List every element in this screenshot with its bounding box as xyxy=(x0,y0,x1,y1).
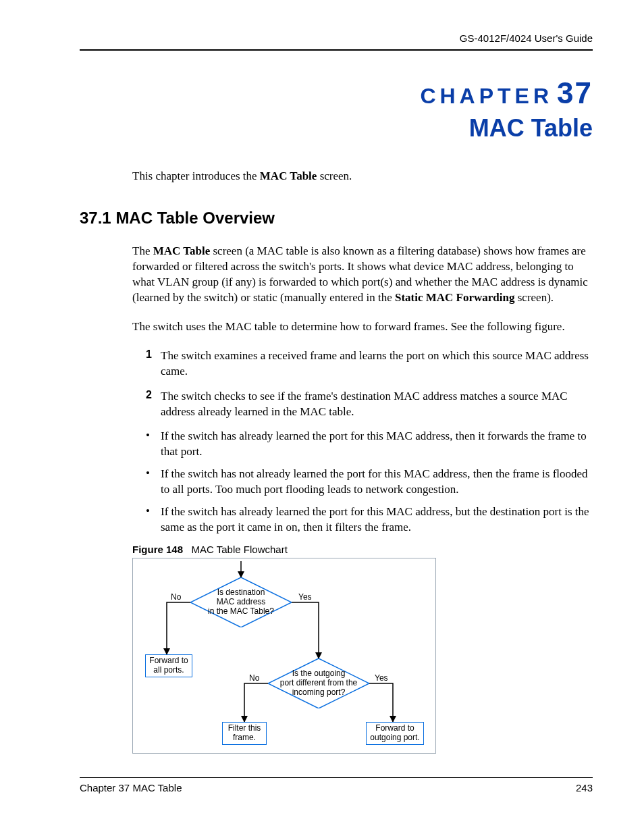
p1-seg1: The xyxy=(132,244,153,257)
p1-bold2: Static MAC Forwarding xyxy=(395,291,515,304)
list-text: If the switch has already learned the po… xyxy=(161,429,593,460)
running-header: GS-4012F/4024 User's Guide xyxy=(80,32,593,49)
p1-bold1: MAC Table xyxy=(153,244,211,257)
page-footer: Chapter 37 MAC Table 243 xyxy=(80,777,593,793)
list-item: 2 The switch checks to see if the frame'… xyxy=(146,389,593,420)
edge-label-yes: Yes xyxy=(375,673,388,683)
figure-caption-text: MAC Table Flowchart xyxy=(192,544,288,555)
decision-label: Is the outgoing port different from the … xyxy=(268,658,369,708)
figure-caption: Figure 148 MAC Table Flowchart xyxy=(132,544,593,555)
chapter-number: 37 xyxy=(557,76,593,109)
footer-rule xyxy=(80,777,593,778)
mac-table-flowchart: Is destination MAC address in the MAC Ta… xyxy=(132,558,436,754)
edge-label-no: No xyxy=(249,673,259,683)
process-forward-all-ports: Forward to all ports. xyxy=(145,654,192,677)
edge-label-no: No xyxy=(171,592,181,602)
footer-chapter: Chapter 37 MAC Table xyxy=(80,782,182,793)
bullet-icon: • xyxy=(146,467,161,498)
list-item: • If the switch has not already learned … xyxy=(146,467,593,498)
body-paragraph-2: The switch uses the MAC table to determi… xyxy=(132,319,593,335)
figure-label: Figure 148 xyxy=(132,544,183,555)
list-number: 1 xyxy=(146,348,161,380)
list-item: 1 The switch examines a received frame a… xyxy=(146,348,593,380)
intro-bold: MAC Table xyxy=(260,170,317,182)
list-text: If the switch has already learned the po… xyxy=(161,504,593,536)
edge-label-yes: Yes xyxy=(298,592,312,602)
section-heading: 37.1 MAC Table Overview xyxy=(80,209,593,228)
decision-label: Is destination MAC address in the MAC Ta… xyxy=(190,577,292,627)
process-filter-frame: Filter this frame. xyxy=(222,722,267,745)
numbered-list: 1 The switch examines a received frame a… xyxy=(146,348,593,420)
chapter-title: MAC Table xyxy=(80,114,593,142)
list-item: • If the switch has already learned the … xyxy=(146,429,593,460)
intro-suffix: screen. xyxy=(317,170,352,182)
p1-seg3: screen). xyxy=(515,291,554,304)
decision-outgoing-diff: Is the outgoing port different from the … xyxy=(268,658,369,708)
list-text: If the switch has not already learned th… xyxy=(161,467,593,498)
chapter-label-line: CHAPTER37 xyxy=(80,76,593,110)
list-text: The switch examines a received frame and… xyxy=(161,348,593,380)
decision-mac-in-table: Is destination MAC address in the MAC Ta… xyxy=(190,577,292,627)
intro-paragraph: This chapter introduces the MAC Table sc… xyxy=(132,170,593,183)
chapter-label: CHAPTER xyxy=(420,84,553,108)
intro-prefix: This chapter introduces the xyxy=(132,170,260,182)
bullet-icon: • xyxy=(146,429,161,460)
list-text: The switch checks to see if the frame's … xyxy=(161,389,593,420)
footer-page-number: 243 xyxy=(576,782,593,793)
process-forward-outgoing: Forward to outgoing port. xyxy=(366,722,424,745)
list-number: 2 xyxy=(146,389,161,420)
header-rule xyxy=(80,49,593,51)
body-paragraph-1: The MAC Table screen (a MAC table is als… xyxy=(132,244,593,306)
list-item: • If the switch has already learned the … xyxy=(146,504,593,536)
bullet-icon: • xyxy=(146,504,161,536)
page-content: GS-4012F/4024 User's Guide CHAPTER37 MAC… xyxy=(80,32,593,754)
bulleted-list: • If the switch has already learned the … xyxy=(146,429,593,536)
